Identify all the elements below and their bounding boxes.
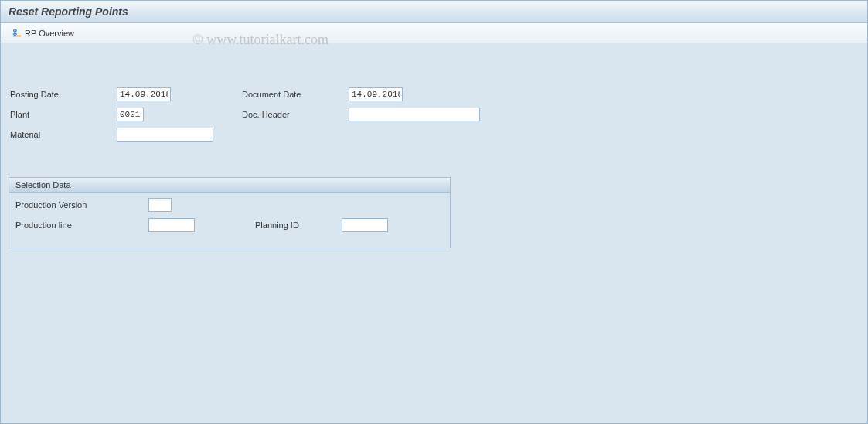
posting-date-input[interactable] xyxy=(117,87,171,101)
doc-header-input[interactable] xyxy=(349,108,480,121)
posting-date-label: Posting Date xyxy=(9,90,117,99)
selection-data-title: Selection Data xyxy=(9,178,450,193)
material-input[interactable] xyxy=(117,128,213,142)
toolbar: RP Overview xyxy=(1,23,867,43)
planning-id-label: Planning ID xyxy=(249,221,342,230)
svg-line-5 xyxy=(15,33,16,36)
rp-overview-label: RP Overview xyxy=(25,29,74,38)
svg-point-0 xyxy=(14,29,17,32)
document-date-label: Document Date xyxy=(240,90,349,99)
selection-data-groupbox: Selection Data Production Version Produc… xyxy=(9,177,451,248)
rp-overview-button[interactable]: RP Overview xyxy=(9,26,77,40)
production-version-label: Production Version xyxy=(9,200,148,210)
plant-input[interactable] xyxy=(117,108,144,121)
doc-header-label: Doc. Header xyxy=(240,110,349,119)
title-bar: Reset Reporting Points xyxy=(1,1,867,23)
document-date-input[interactable] xyxy=(349,87,403,101)
plant-label: Plant xyxy=(9,110,117,119)
production-line-input[interactable] xyxy=(148,218,195,232)
page-title: Reset Reporting Points xyxy=(9,5,128,18)
header-form: Posting Date Document Date Plant Doc. He… xyxy=(1,43,867,154)
content-area: Posting Date Document Date Plant Doc. He… xyxy=(1,43,867,248)
material-label: Material xyxy=(9,130,117,139)
planning-id-input[interactable] xyxy=(342,218,388,232)
production-version-input[interactable] xyxy=(148,198,172,212)
production-line-label: Production line xyxy=(9,221,148,230)
overview-icon xyxy=(12,28,22,39)
